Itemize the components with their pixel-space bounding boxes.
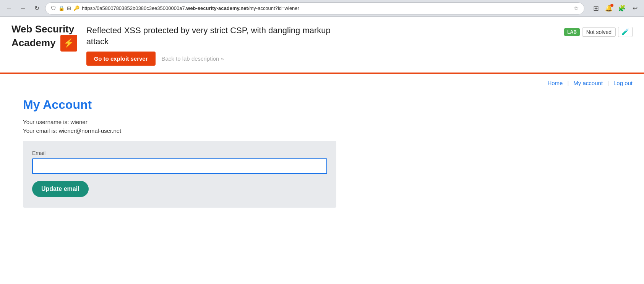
page-title: My Account <box>23 98 621 112</box>
key-icon: 🔑 <box>73 5 79 11</box>
url-text: https://0a58007803852b0380c3ee35000000a7… <box>82 5 571 11</box>
username-text: Your username is: wiener <box>23 119 621 125</box>
logo-text: Web Security Academy ⚡ <box>11 24 77 52</box>
lab-status: Not solved <box>582 27 616 37</box>
main-content: My Account Your username is: wiener Your… <box>0 90 644 223</box>
star-icon[interactable]: ☆ <box>573 5 579 12</box>
extensions-icon[interactable]: 🧩 <box>616 3 627 14</box>
nav-sep-2: | <box>607 80 609 86</box>
logo-icon: ⚡ <box>60 35 77 52</box>
site-nav: Home | My account | Log out <box>0 74 644 90</box>
email-input[interactable] <box>32 158 327 174</box>
url-prefix: https://0a58007803852b0380c3ee35000000a7… <box>82 5 186 11</box>
address-bar[interactable]: 🛡 🔒 ⊞ 🔑 https://0a58007803852b0380c3ee35… <box>45 2 584 15</box>
qr-icon[interactable]: ⊞ <box>590 3 601 14</box>
exploit-server-button[interactable]: Go to exploit server <box>86 52 156 66</box>
nav-home-link[interactable]: Home <box>547 80 563 86</box>
browser-toolbar: ⊞ 🔔 🧩 ↩ <box>590 3 640 14</box>
nav-logout-link[interactable]: Log out <box>613 80 633 86</box>
email-form-box: Email Update email <box>23 141 336 208</box>
email-label: Email <box>32 150 327 156</box>
reload-button[interactable]: ↻ <box>31 3 42 14</box>
lock-icon: 🔒 <box>58 5 65 11</box>
logo-area: Web Security Academy ⚡ <box>11 24 77 52</box>
lab-title: Reflected XSS protected by very strict C… <box>86 25 354 47</box>
shield-icon: 🛡 <box>51 5 56 11</box>
lab-badge-area: LAB Not solved 🧪 <box>564 27 633 37</box>
url-path: /my-account?id=wiener <box>248 5 299 11</box>
tab-icon: ⊞ <box>67 5 71 11</box>
notifications-icon[interactable]: 🔔 <box>603 3 614 14</box>
flask-button[interactable]: 🧪 <box>618 27 633 37</box>
back-button[interactable]: ← <box>4 3 15 14</box>
back-to-lab-link[interactable]: Back to lab description » <box>162 55 224 62</box>
url-domain: web-security-academy.net <box>186 5 248 11</box>
header-right: Reflected XSS protected by very strict C… <box>86 24 633 66</box>
nav-sep-1: | <box>567 80 569 86</box>
nav-my-account-link[interactable]: My account <box>573 80 603 86</box>
header-actions: Go to exploit server Back to lab descrip… <box>86 52 633 66</box>
page-header: Web Security Academy ⚡ Reflected XSS pro… <box>0 17 644 66</box>
back-arrow-icon[interactable]: ↩ <box>629 3 640 14</box>
lab-title-row: Reflected XSS protected by very strict C… <box>86 25 633 47</box>
update-email-button[interactable]: Update email <box>32 181 89 197</box>
forward-button[interactable]: → <box>18 3 28 14</box>
lab-badge: LAB <box>564 28 580 36</box>
email-info-text: Your email is: wiener@normal-user.net <box>23 127 621 134</box>
browser-chrome: ← → ↻ 🛡 🔒 ⊞ 🔑 https://0a58007803852b0380… <box>0 0 644 17</box>
